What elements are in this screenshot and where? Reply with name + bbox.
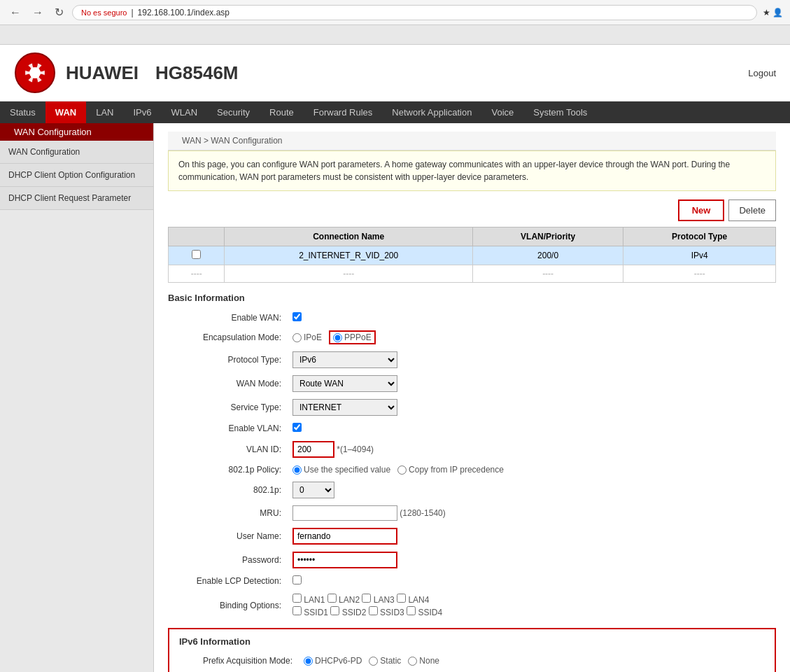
reload-button[interactable]: ↻ — [52, 4, 66, 20]
prefix-static-radio[interactable] — [369, 657, 378, 666]
prefix-none-label: None — [419, 656, 439, 666]
basic-info-form: Enable WAN: Encapsulation Mode: IPoE — [168, 309, 776, 621]
sidebar-item-dhcp-request[interactable]: DHCP Client Request Parameter — [0, 187, 153, 210]
nav-item-voice[interactable]: Voice — [481, 102, 523, 123]
ssid1-label[interactable]: SSID1 — [292, 608, 328, 617]
nav-item-ipv6[interactable]: IPv6 — [124, 102, 162, 123]
new-button[interactable]: New — [678, 200, 725, 221]
table-row[interactable]: 2_INTERNET_R_VID_200 200/0 IPv4 — [169, 246, 776, 265]
ssid2-label[interactable]: SSID2 — [330, 608, 366, 617]
dhcpv6pd-radio-label[interactable]: DHCPv6-PD — [304, 656, 362, 666]
mru-input[interactable] — [292, 505, 397, 521]
lan4-checkbox[interactable] — [397, 594, 406, 603]
nav-item-lan[interactable]: LAN — [86, 102, 123, 123]
use-specified-radio-label[interactable]: Use the specified value — [292, 465, 390, 475]
sidebar-item-wan-config[interactable]: WAN Configuration — [0, 141, 153, 164]
mru-label: MRU: — [168, 502, 287, 524]
empty-name-cell: ---- — [225, 265, 473, 283]
ipoe-radio[interactable] — [292, 333, 302, 342]
ipv6-section-title: IPv6 Information — [179, 636, 765, 647]
ssid4-checkbox[interactable] — [407, 606, 416, 615]
enable-lcp-value — [287, 572, 776, 590]
nav-item-status[interactable]: Status — [0, 102, 45, 123]
lan3-checkbox[interactable] — [362, 594, 371, 603]
sidebar-header: WAN Configuration — [0, 123, 153, 141]
address-bar[interactable]: No es seguro | 192.168.100.1/index.asp — [72, 5, 757, 20]
logout-button[interactable]: Logout — [748, 68, 776, 78]
row-checkbox-cell[interactable] — [169, 246, 225, 265]
empty-vlan-cell: ---- — [472, 265, 623, 283]
table-header-checkbox — [169, 227, 225, 246]
lan2-label[interactable]: LAN2 — [327, 595, 360, 605]
brand-block: HUAWEI — [66, 62, 139, 84]
table-row-empty: ---- ---- ---- ---- — [169, 265, 776, 283]
username-input[interactable] — [292, 528, 397, 545]
ipv6-form: Prefix Acquisition Mode: DHCPv6-PD Stati… — [179, 652, 765, 672]
service-type-select[interactable]: INTERNET TR069 OTHER — [292, 399, 397, 416]
vlan-id-row: VLAN ID: *(1–4094) — [168, 438, 776, 461]
ssid4-label[interactable]: SSID4 — [407, 608, 442, 617]
binding-options-label: Binding Options: — [168, 590, 287, 621]
vlan-id-input[interactable] — [292, 441, 334, 458]
pppoe-radio[interactable] — [333, 333, 342, 342]
wan-mode-select[interactable]: Route WAN Bridge WAN — [292, 375, 397, 392]
ssid3-checkbox[interactable] — [369, 606, 378, 615]
dot1p-policy-label: 802.1p Policy: — [168, 461, 287, 478]
lan3-label[interactable]: LAN3 — [362, 595, 394, 605]
dot1p-select[interactable]: 0 1 2 3 — [292, 482, 334, 498]
dot1p-policy-value: Use the specified value Copy from IP pre… — [287, 461, 776, 478]
lan2-checkbox[interactable] — [327, 594, 337, 603]
enable-wan-checkbox[interactable] — [292, 312, 302, 321]
forward-button[interactable]: → — [29, 5, 46, 20]
lan1-checkbox[interactable] — [292, 594, 302, 603]
nav-item-wlan[interactable]: WLAN — [162, 102, 208, 123]
back-button[interactable]: ← — [7, 5, 24, 20]
prefix-none-radio-label[interactable]: None — [408, 656, 439, 666]
ipoe-radio-label[interactable]: IPoE — [292, 332, 322, 342]
dot1p-policy-row: 802.1p Policy: Use the specified value C… — [168, 461, 776, 478]
prefix-none-radio[interactable] — [408, 657, 417, 666]
encapsulation-radio-group: IPoE PPPoE — [292, 330, 770, 344]
nav-item-system-tools[interactable]: System Tools — [523, 102, 597, 123]
svg-point-5 — [32, 77, 38, 88]
breadcrumb: WAN > WAN Configuration — [168, 132, 776, 150]
ssid1-checkbox[interactable] — [292, 606, 302, 615]
username-value — [287, 524, 776, 548]
use-specified-radio[interactable] — [292, 465, 302, 475]
enable-vlan-checkbox[interactable] — [292, 423, 302, 432]
url-separator: | — [131, 8, 133, 18]
page-header: HUAWEI HG8546M Logout — [0, 45, 790, 102]
brand-name: HUAWEI — [66, 62, 139, 84]
delete-button[interactable]: Delete — [728, 200, 776, 221]
dot1p-policy-radio-group: Use the specified value Copy from IP pre… — [292, 465, 770, 475]
enable-lcp-checkbox[interactable] — [292, 575, 302, 584]
ssid3-label[interactable]: SSID3 — [369, 608, 404, 617]
pppoe-radio-label[interactable]: PPPoE — [329, 330, 376, 344]
copy-ip-radio-label[interactable]: Copy from IP precedence — [397, 465, 504, 475]
protocol-type-value: IPv4 IPv6 IPv4/IPv6 — [287, 348, 776, 372]
page-container: HUAWEI HG8546M Logout Status WAN LAN IPv… — [0, 45, 790, 672]
copy-ip-radio[interactable] — [397, 465, 407, 475]
ssid2-checkbox[interactable] — [330, 606, 339, 615]
copy-ip-label: Copy from IP precedence — [409, 465, 504, 475]
enable-vlan-value — [287, 419, 776, 438]
sidebar-item-dhcp-option[interactable]: DHCP Client Option Configuration — [0, 164, 153, 187]
nav-item-route[interactable]: Route — [260, 102, 304, 123]
row-checkbox[interactable] — [192, 250, 201, 259]
nav-item-security[interactable]: Security — [207, 102, 260, 123]
nav-item-network-application[interactable]: Network Application — [382, 102, 481, 123]
dot1p-label: 802.1p: — [168, 478, 287, 502]
password-input[interactable] — [292, 552, 397, 568]
protocol-type-select[interactable]: IPv4 IPv6 IPv4/IPv6 — [292, 351, 397, 368]
prefix-static-radio-label[interactable]: Static — [369, 656, 401, 666]
binding-lan-group: LAN1 LAN2 LAN3 LAN4 — [292, 594, 770, 605]
use-specified-label: Use the specified value — [304, 465, 390, 475]
lan1-label[interactable]: LAN1 — [292, 595, 325, 605]
nav-item-forward-rules[interactable]: Forward Rules — [304, 102, 383, 123]
ip-acq-row: IP Acquisition Mode: DHCPv6 Automatic — [179, 669, 765, 672]
dhcpv6pd-radio[interactable] — [304, 657, 313, 666]
logo-area: HUAWEI HG8546M — [14, 52, 239, 94]
huawei-logo-icon — [14, 52, 56, 94]
lan4-label[interactable]: LAN4 — [397, 595, 429, 605]
nav-item-wan[interactable]: WAN — [45, 102, 86, 123]
